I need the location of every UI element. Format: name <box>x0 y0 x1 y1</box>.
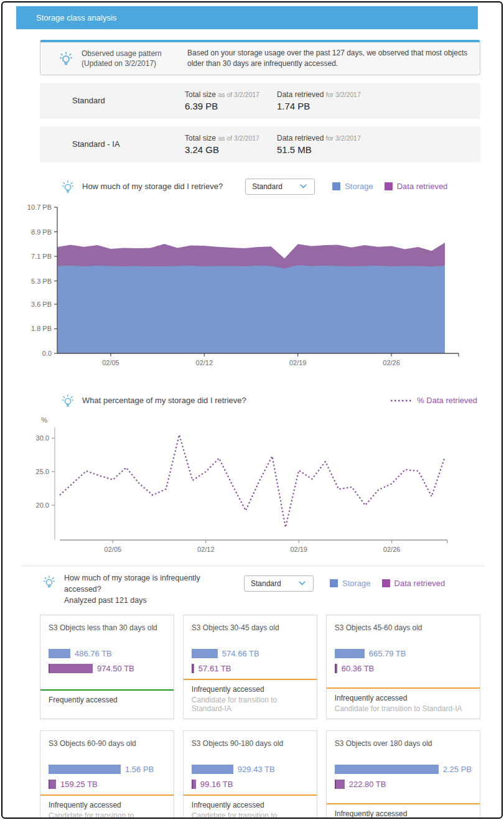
dotted-line-swatch <box>390 399 413 402</box>
access-status: Infrequently accessed <box>192 685 309 694</box>
legend-data-retrieved: Data retrieved <box>382 579 446 588</box>
storage-bar <box>192 649 218 658</box>
percent-chart-header: What percentage of my storage did I retr… <box>40 391 480 410</box>
card-title: S3 Objects 90-180 days old <box>192 739 309 748</box>
svg-text:%: % <box>41 416 47 424</box>
data-retrieved-value: 1.74 PB <box>277 101 361 111</box>
storage-bar-row: 2.25 PB <box>335 765 472 774</box>
data-retrieved-value: 51.5 MB <box>277 144 361 155</box>
svg-text:20.0: 20.0 <box>36 501 49 509</box>
transition-note: Candidate for transition to Standard-IA <box>192 696 309 713</box>
retrieved-bar-row: 57.61 TB <box>192 664 309 673</box>
age-bucket-card: S3 Objects 60-90 days old 1.56 PB 159.25… <box>40 730 174 819</box>
storage-bar-row: 574.66 TB <box>192 649 309 658</box>
data-retrieved-suffix: for 3/2/2017 <box>326 134 361 142</box>
age-bucket-card: S3 Objects 90-180 days old 929.43 TB 99.… <box>183 730 317 819</box>
card-title: S3 Objects 30-45 days old <box>192 623 309 632</box>
retrieved-bar-row: 60.36 TB <box>335 664 472 673</box>
ia-section-legend: Storage Data retrieved <box>330 579 445 588</box>
card-footer: Infrequently accessed Candidate for tran… <box>184 794 317 819</box>
card-title: S3 Objects 45-60 days old <box>335 623 472 632</box>
card-footer: Infrequently accessed Candidate for tran… <box>184 679 317 719</box>
access-status: Infrequently accessed <box>49 801 166 809</box>
class-row-standard: Standard Total size as of 3/2/2017 6.39 … <box>40 83 480 119</box>
total-size-metric: Total size as of 3/2/2017 3.24 GB <box>185 134 277 155</box>
selected-storage-class: Standard <box>251 579 281 588</box>
retrieved-bar <box>49 664 93 673</box>
data-retrieved-suffix: for 3/2/2017 <box>326 91 361 98</box>
legend-storage: Storage <box>330 579 371 588</box>
card-footer: Infrequently accessed Candidate for tran… <box>327 803 480 819</box>
card-title: S3 Objects less than 30 days old <box>49 623 166 632</box>
access-status: Infrequently accessed <box>192 801 309 809</box>
retrieved-bar-value: 159.25 TB <box>60 780 98 789</box>
ia-section-title: How much of my storage is infrequently a… <box>64 572 223 606</box>
data-retrieved-label: Data retrieved <box>277 134 324 142</box>
retrieval-chart-title: How much of my storage did I retrieve? <box>82 182 223 191</box>
retrieved-bar <box>335 780 345 789</box>
data-retrieved-label: Data retrieved <box>277 90 324 99</box>
retrieved-bar <box>192 664 194 673</box>
total-size-metric: Total size as of 3/2/2017 6.39 PB <box>185 90 277 111</box>
storage-swatch <box>330 579 338 587</box>
svg-text:8.9 PB: 8.9 PB <box>31 228 52 235</box>
retrieved-bar <box>49 780 56 789</box>
svg-text:3.6 PB: 3.6 PB <box>31 301 52 308</box>
storage-bar-value: 1.56 PB <box>125 765 154 774</box>
selected-storage-class: Standard <box>252 182 282 191</box>
age-bucket-card: S3 Objects 30-45 days old 574.66 TB 57.6… <box>183 615 317 719</box>
access-status: Infrequently accessed <box>335 809 472 818</box>
card-title: S3 Objects 60-90 days old <box>49 739 166 748</box>
retrieved-bar-value: 974.50 TB <box>97 664 134 673</box>
section-divider <box>21 566 484 566</box>
storage-bar-row: 486.76 TB <box>49 649 166 658</box>
svg-text:02/12: 02/12 <box>196 359 213 366</box>
transition-note: Candidate for transition to Standard-IA <box>335 704 472 713</box>
storage-class-select[interactable]: Standard <box>244 575 314 592</box>
age-bucket-card: S3 Objects less than 30 days old 486.76 … <box>40 615 174 719</box>
storage-bar-value: 486.76 TB <box>75 649 112 658</box>
transition-note: Candidate for transition to Standard-IA <box>49 811 166 819</box>
total-size-label: Total size <box>185 134 216 142</box>
storage-bar-row: 929.43 TB <box>192 765 309 774</box>
storage-bar-value: 574.66 TB <box>222 649 259 658</box>
class-row-standard-ia: Standard - IA Total size as of 3/2/2017 … <box>40 126 480 162</box>
age-bucket-card: S3 Objects 45-60 days old 665.79 TB 60.3… <box>326 615 480 719</box>
retrieved-bar-value: 57.61 TB <box>198 664 231 673</box>
storage-class-name: Standard <box>40 96 185 105</box>
page-title: Storage class analysis <box>36 13 116 22</box>
storage-bar <box>335 649 365 658</box>
storage-bar <box>192 765 233 774</box>
retrieval-chart-legend: Storage Data retrieved <box>332 182 447 191</box>
legend-percent-retrieved: % Data retrieved <box>390 396 477 405</box>
usage-pattern-banner: Observed usage pattern (Updated on 3/2/2… <box>40 40 480 75</box>
transition-note: Candidate for transition to Standard-IA <box>192 811 309 819</box>
lightbulb-icon <box>62 180 74 193</box>
storage-class-select[interactable]: Standard <box>245 179 315 195</box>
card-footer: Frequently accessed <box>40 689 174 719</box>
total-size-label: Total size <box>185 90 216 99</box>
svg-text:7.1 PB: 7.1 PB <box>31 253 52 260</box>
svg-text:02/26: 02/26 <box>383 359 400 366</box>
retrieved-bar-value: 222.80 TB <box>349 780 386 789</box>
svg-text:1.8 PB: 1.8 PB <box>31 325 52 332</box>
lightbulb-icon <box>62 394 74 408</box>
data-retrieved-metric: Data retrieved for 3/2/2017 1.74 PB <box>277 90 361 111</box>
total-size-value: 6.39 PB <box>185 101 277 111</box>
access-status: Infrequently accessed <box>335 694 472 702</box>
percent-chart-title: What percentage of my storage did I retr… <box>82 396 246 405</box>
svg-text:5.3 PB: 5.3 PB <box>31 277 52 284</box>
storage-bar-row: 665.79 TB <box>335 649 472 658</box>
svg-text:10.7 PB: 10.7 PB <box>27 203 52 211</box>
retrieved-bar-value: 99.16 TB <box>200 780 233 789</box>
storage-class-name: Standard - IA <box>40 139 185 149</box>
storage-bar <box>335 765 439 774</box>
storage-bar <box>49 649 70 658</box>
svg-text:02/05: 02/05 <box>105 546 122 553</box>
retrieved-bar <box>335 664 337 673</box>
retrieved-bar-row: 159.25 TB <box>49 780 166 789</box>
legend-data-retrieved: Data retrieved <box>385 182 448 191</box>
page-title-bar: Storage class analysis <box>16 6 478 29</box>
age-bucket-cards: S3 Objects less than 30 days old 486.76 … <box>40 615 480 819</box>
storage-class-analysis-page: Storage class analysis Observed usage pa… <box>1 1 503 819</box>
